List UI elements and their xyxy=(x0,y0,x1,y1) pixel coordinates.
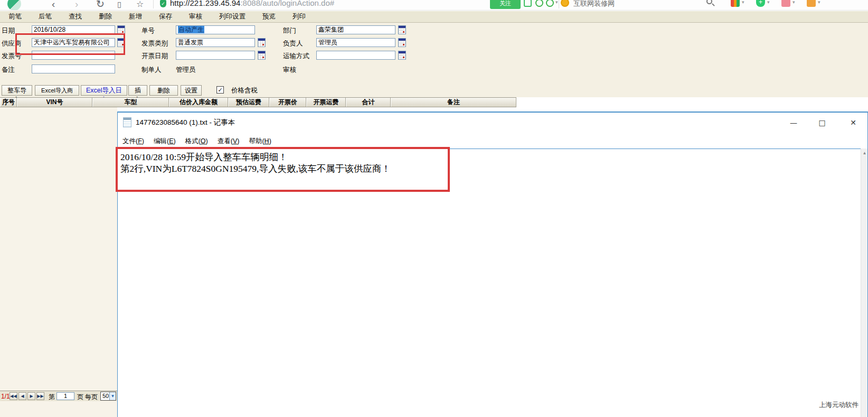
promo-site-label[interactable]: 互联网装修网 xyxy=(573,0,615,8)
order-no-field[interactable]: 自动产生 xyxy=(176,25,255,34)
prev-page-button[interactable]: ◀ xyxy=(18,392,26,400)
tax-included-label: 价格含税 xyxy=(231,86,258,95)
order-no-label: 单号 xyxy=(141,26,155,35)
transport-label: 运输方式 xyxy=(283,52,309,60)
toolbar-new-button[interactable]: 新增 xyxy=(120,11,150,22)
extension-shield-plus-icon[interactable]: + xyxy=(756,0,765,7)
page-number-input[interactable]: 1 xyxy=(56,392,74,400)
col-header-vin[interactable]: VIN号 xyxy=(17,98,92,107)
forward-icon[interactable]: › xyxy=(75,0,78,11)
delete-row-button[interactable]: 删除[F4] xyxy=(149,85,178,96)
notepad-icon xyxy=(123,117,131,127)
col-header-invoice-price[interactable]: 开票价 xyxy=(269,98,306,107)
col-header-seq[interactable]: 序号 xyxy=(0,98,17,107)
transport-field[interactable] xyxy=(316,51,395,60)
chevron-down-icon[interactable]: ▾ xyxy=(767,0,770,5)
menu-file[interactable]: 文件(F) xyxy=(118,133,149,146)
creator-label: 制单人 xyxy=(141,66,162,74)
home-icon[interactable]: ▯ xyxy=(117,0,121,11)
toolbar-preview-button[interactable]: 预览 xyxy=(254,11,284,22)
toolbar-audit-button[interactable]: 审核 xyxy=(181,11,211,22)
annotation-box-supplier xyxy=(15,33,125,55)
minimize-button[interactable]: — xyxy=(781,113,806,133)
promo-site-icon[interactable] xyxy=(561,0,569,7)
menu-view[interactable]: 查看(V) xyxy=(213,133,244,146)
col-header-estimate-freight[interactable]: 预估运费 xyxy=(228,98,269,107)
first-page-button[interactable]: ◀◀ xyxy=(10,392,17,400)
toolbar-delete-button[interactable]: 删除 xyxy=(90,11,120,22)
import-vehicle-button[interactable]: 整车导入 xyxy=(2,85,32,96)
extension-orange-icon[interactable] xyxy=(807,0,816,7)
selected-text: 自动产生 xyxy=(178,26,204,33)
browser-toolbar: ‹ › ↻ ▯ ☆ ✓ http://221.239.45.94:8088/au… xyxy=(0,0,868,11)
security-shield-icon[interactable]: ✓ xyxy=(160,0,166,7)
per-page-select[interactable]: 50 ▼ xyxy=(100,392,116,401)
invoice-type-picker-icon[interactable] xyxy=(258,38,266,47)
invoice-date-label: 开票日期 xyxy=(141,52,168,60)
last-page-button[interactable]: ▶▶ xyxy=(36,392,44,400)
scroll-up-icon[interactable]: ▲ xyxy=(861,151,868,155)
col-header-model[interactable]: 车型 xyxy=(92,98,169,107)
vendor-label: 上海元动软件 xyxy=(819,401,858,410)
address-bar[interactable]: http://221.239.45.94:8088/auto/loginActi… xyxy=(170,0,334,7)
invoice-date-field[interactable] xyxy=(176,51,255,60)
notepad-titlebar[interactable]: 1477623085640 (1).txt - 记事本 — □ ✕ xyxy=(118,113,867,133)
refresh-icon[interactable]: ↻ xyxy=(96,0,105,11)
extension-clover-icon[interactable] xyxy=(535,0,543,7)
maximize-button[interactable]: □ xyxy=(810,113,834,133)
chevron-down-icon[interactable]: ▾ xyxy=(555,0,558,5)
extension-stats-icon[interactable] xyxy=(731,0,740,7)
extension-sync-icon[interactable] xyxy=(546,0,554,7)
manager-label: 负责人 xyxy=(283,39,303,48)
next-page-button[interactable]: ▶ xyxy=(27,392,35,400)
remark-field[interactable] xyxy=(32,64,115,73)
col-header-total[interactable]: 合计 xyxy=(346,98,391,107)
chevron-down-icon[interactable]: ▾ xyxy=(792,0,795,5)
search-icon[interactable] xyxy=(706,0,712,4)
close-button[interactable]: ✕ xyxy=(841,113,865,133)
excel-import-log-button[interactable]: Excel导入日志 xyxy=(81,85,127,96)
per-page-label: 每页 xyxy=(85,393,98,402)
follow-button[interactable]: 关注 xyxy=(490,0,521,9)
menu-edit[interactable]: 编辑(E) xyxy=(149,133,181,146)
grid-body-area xyxy=(0,107,117,417)
bookmark-star-icon[interactable]: ☆ xyxy=(136,0,144,11)
per-page-dropdown-icon[interactable]: ▼ xyxy=(109,392,116,400)
back-icon[interactable]: ‹ xyxy=(52,0,55,11)
col-header-remark[interactable]: 备注 xyxy=(391,98,516,107)
menu-help[interactable]: 帮助(H) xyxy=(244,133,276,146)
toolbar-prev-record-button[interactable]: 前笔 xyxy=(0,11,30,22)
notepad-scrollbar[interactable]: ▲ xyxy=(861,149,867,417)
tax-included-checkbox[interactable]: ✓ xyxy=(216,86,224,94)
notepad-title: 1477623085640 (1).txt - 记事本 xyxy=(136,118,235,127)
excel-import-goods-button[interactable]: Excel导入商品 xyxy=(35,85,79,96)
invoice-date-picker-icon[interactable] xyxy=(258,51,266,60)
manager-field[interactable]: 管理员 xyxy=(316,38,395,47)
department-label: 部门 xyxy=(283,26,296,35)
settings-button[interactable]: 设置 xyxy=(181,85,202,96)
divider xyxy=(559,0,559,8)
toolbar-save-button[interactable]: 保存 xyxy=(150,11,181,22)
notepad-menubar: 文件(F) 编辑(E) 格式(O) 查看(V) 帮助(H) xyxy=(118,133,867,149)
toolbar-print-button[interactable]: 列印 xyxy=(284,11,314,22)
toolbar-print-setup-button[interactable]: 列印设置 xyxy=(211,11,254,22)
detail-toolbar: 整车导入 Excel导入商品 Excel导入日志 插入 删除[F4] 设置 ✓ … xyxy=(0,84,868,97)
toolbar-next-record-button[interactable]: 后笔 xyxy=(30,11,60,22)
extension-pink-icon[interactable] xyxy=(781,0,790,7)
extension-green-icon[interactable] xyxy=(524,0,532,7)
page-suffix-label: 页 xyxy=(77,393,83,402)
insert-row-button[interactable]: 插入 xyxy=(128,85,147,96)
browser-logo-icon xyxy=(7,0,21,11)
department-picker-icon[interactable] xyxy=(398,25,406,34)
department-field[interactable]: 鑫荣集团 xyxy=(316,25,395,34)
manager-picker-icon[interactable] xyxy=(398,38,406,47)
col-header-estimate-amount[interactable]: 估价入库金额 xyxy=(169,98,228,107)
transport-picker-icon[interactable] xyxy=(398,51,406,60)
toolbar-search-button[interactable]: 查找 xyxy=(60,11,90,22)
menu-format[interactable]: 格式(O) xyxy=(181,133,213,146)
chevron-down-icon[interactable]: ▾ xyxy=(818,0,820,5)
per-page-value: 50 xyxy=(102,393,109,399)
invoice-type-field[interactable]: 普通发票 xyxy=(176,38,255,47)
col-header-invoice-freight[interactable]: 开票运费 xyxy=(306,98,346,107)
chevron-down-icon[interactable]: ▾ xyxy=(742,0,744,5)
